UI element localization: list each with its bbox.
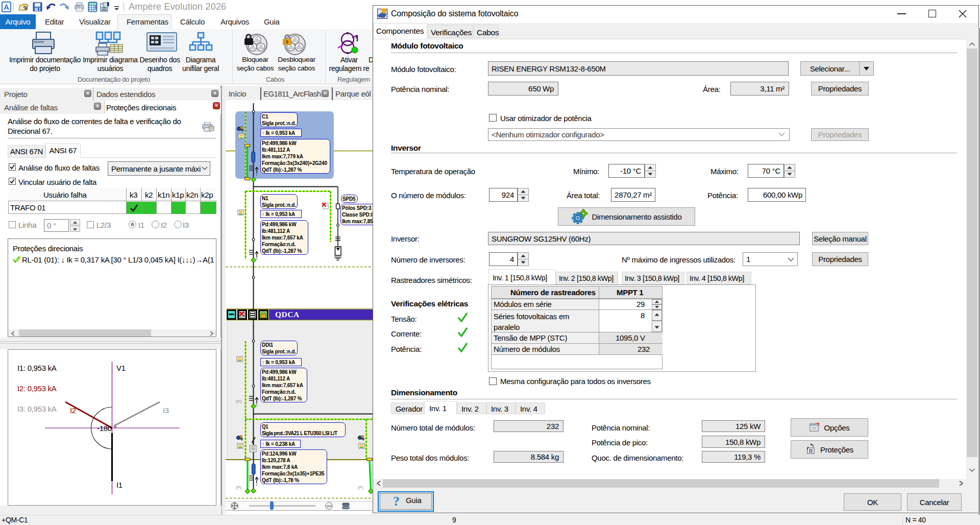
svg-text:100: 100 (326, 505, 332, 508)
svg-text:(P): (P) (236, 485, 241, 490)
svg-text:(in): (in) (236, 399, 242, 403)
svg-text:(P): (P) (358, 485, 363, 490)
